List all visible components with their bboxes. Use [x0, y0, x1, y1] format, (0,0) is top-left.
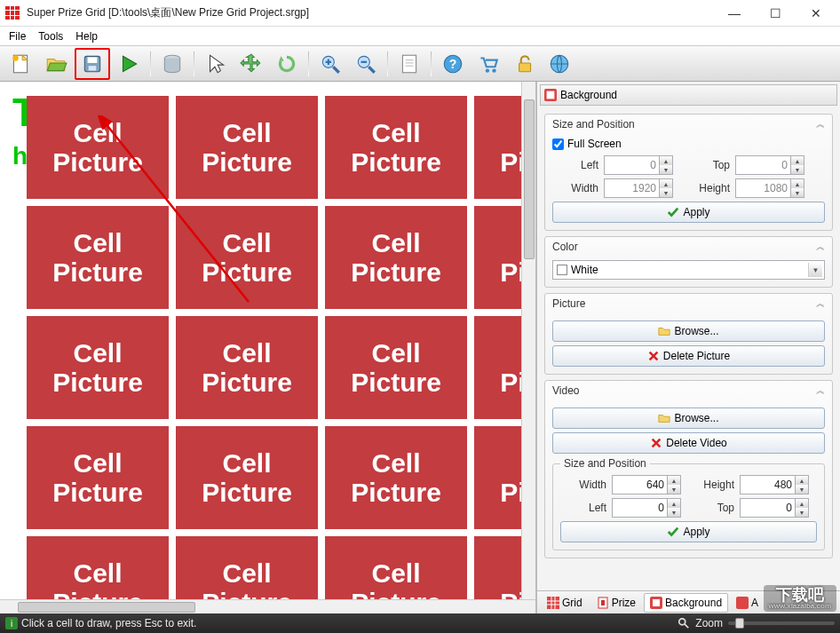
tab-grid[interactable]: Grid	[541, 593, 589, 613]
help-button[interactable]: ?	[436, 49, 470, 79]
svg-text:?: ?	[449, 57, 457, 71]
collapse-icon[interactable]: ︽	[816, 384, 825, 397]
grid-cell[interactable]: CellPicture	[176, 206, 318, 309]
group-size-position: Size and Position︽ Full Screen Left ▲▼ T…	[544, 114, 833, 231]
chevron-down-icon: ▼	[808, 263, 822, 277]
svg-rect-4	[88, 57, 98, 62]
top-label: Top	[677, 159, 730, 171]
side-panel: Background Size and Position︽ Full Scree…	[536, 82, 840, 613]
magnifier-icon	[678, 617, 690, 629]
folder-icon	[658, 412, 670, 424]
group-title-color: Color	[552, 241, 578, 253]
move-button[interactable]	[234, 49, 268, 79]
delete-picture-label: Delete Picture	[663, 350, 730, 362]
zoom-out-button[interactable]	[349, 49, 383, 79]
pointer-button[interactable]	[199, 49, 233, 79]
group-title-video: Video	[552, 384, 579, 397]
collapse-icon[interactable]: ︽	[816, 241, 825, 253]
save-button[interactable]	[75, 48, 110, 80]
color-swatch	[557, 265, 567, 275]
panel-title: Background	[560, 89, 617, 101]
canvas-hscroll[interactable]	[0, 599, 535, 613]
svg-line-11	[333, 67, 339, 73]
close-button[interactable]: ✕	[796, 0, 836, 27]
svg-line-15	[368, 67, 375, 73]
canvas-vscroll[interactable]	[521, 82, 535, 599]
color-select[interactable]: White ▼	[552, 260, 825, 280]
globe-button[interactable]	[543, 49, 576, 79]
menu-file[interactable]: File	[4, 28, 31, 44]
window-title: Super Prize Grid [D:\tools\桌面\New Prize …	[27, 5, 714, 20]
grid-cell[interactable]: CellPicture	[325, 426, 467, 529]
zoom-slider[interactable]	[728, 621, 835, 625]
delete-icon	[647, 350, 660, 362]
svg-point-24	[492, 68, 495, 72]
status-hint: Click a cell to draw, press Esc to exit.	[21, 617, 196, 629]
zoom-in-button[interactable]	[313, 49, 347, 79]
apply-label: Apply	[683, 526, 709, 538]
check-icon	[667, 526, 679, 538]
grid-cell[interactable]: CellPicture	[176, 426, 318, 529]
svg-point-23	[486, 68, 489, 72]
tab-background[interactable]: Background	[644, 593, 728, 613]
svg-rect-25	[519, 62, 531, 71]
database-button[interactable]	[155, 49, 189, 79]
canvas-pane[interactable]: T ht CellPictureCellPictureCellPictureCe…	[0, 82, 536, 613]
tab-a[interactable]: A	[730, 593, 765, 613]
width-label: Width	[552, 182, 598, 194]
menu-tools[interactable]: Tools	[33, 28, 68, 44]
svg-rect-32	[601, 600, 605, 605]
menu-help[interactable]: Help	[70, 28, 103, 44]
play-button[interactable]	[112, 49, 146, 79]
svg-marker-8	[210, 55, 224, 73]
browse-video-button[interactable]: Browse...	[552, 407, 825, 429]
grid-cell[interactable]: CellPicture	[27, 96, 169, 199]
browse-picture-button[interactable]: Browse...	[552, 320, 825, 342]
open-button[interactable]	[39, 49, 73, 79]
group-video: Video︽ Browse... Delete Video Size and P…	[544, 380, 833, 558]
grid-cell[interactable]: CellPicture	[176, 316, 318, 419]
panel-tabs: Grid Prize Background A	[537, 590, 840, 613]
delete-video-button[interactable]: Delete Video	[552, 432, 825, 454]
svg-marker-6	[123, 56, 137, 71]
unlock-button[interactable]	[507, 49, 541, 79]
delete-picture-button[interactable]: Delete Picture	[552, 345, 825, 367]
maximize-button[interactable]: ☐	[755, 0, 796, 27]
prize-grid[interactable]: CellPictureCellPictureCellPictureCellPic…	[27, 96, 536, 613]
toolbar: ?	[0, 46, 840, 82]
grid-cell[interactable]: CellPicture	[325, 316, 467, 419]
grid-cell[interactable]: CellPicture	[176, 96, 318, 199]
vleft-label: Left	[560, 502, 606, 514]
delete-video-label: Delete Video	[666, 437, 727, 449]
group-picture: Picture︽ Browse... Delete Picture	[544, 293, 833, 375]
group-title-size: Size and Position	[552, 118, 635, 131]
svg-rect-5	[89, 66, 97, 70]
collapse-icon[interactable]: ︽	[816, 297, 825, 310]
folder-icon	[658, 325, 670, 337]
grid-cell[interactable]: CellPicture	[27, 206, 169, 309]
collapse-icon[interactable]: ︽	[816, 118, 825, 131]
grid-cell[interactable]: CellPicture	[27, 316, 169, 419]
group-color: Color︽ White ▼	[544, 236, 833, 288]
grid-cell[interactable]: CellPicture	[325, 96, 467, 199]
grid-cell[interactable]: CellPicture	[27, 426, 169, 529]
apply-size-button[interactable]: Apply	[552, 202, 825, 223]
apply-video-button[interactable]: Apply	[560, 521, 817, 542]
page-button[interactable]	[392, 49, 426, 79]
cart-button[interactable]	[472, 49, 505, 79]
vtop-label: Top	[685, 502, 734, 514]
vwidth-label: Width	[560, 479, 606, 491]
zoom-label: Zoom	[695, 617, 723, 629]
rotate-button[interactable]	[270, 49, 304, 79]
info-icon: i	[5, 617, 18, 629]
titlebar: Super Prize Grid [D:\tools\桌面\New Prize …	[0, 0, 840, 27]
grid-cell[interactable]: CellPicture	[325, 206, 467, 309]
panel-header: Background	[540, 84, 837, 106]
new-button[interactable]	[4, 49, 37, 79]
height-label: Height	[677, 182, 730, 194]
full-screen-checkbox[interactable]	[552, 138, 564, 150]
svg-rect-34	[653, 599, 660, 606]
minimize-button[interactable]: —	[714, 0, 755, 27]
tab-prize[interactable]: Prize	[590, 593, 642, 613]
svg-line-37	[685, 624, 688, 628]
